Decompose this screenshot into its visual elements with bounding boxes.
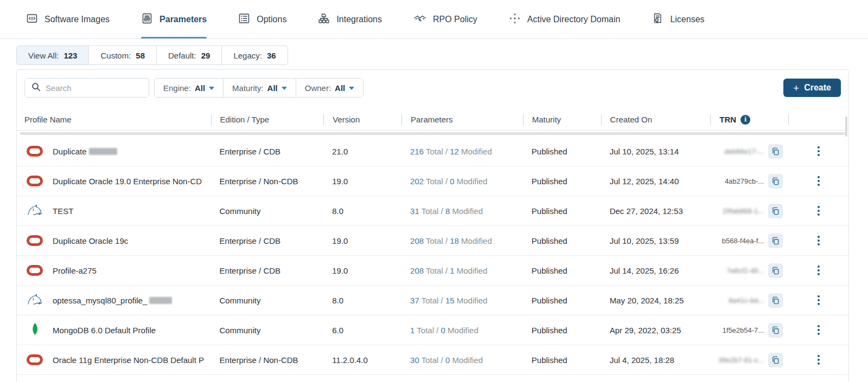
trn-cell: 7e8cf2-49... [710, 263, 788, 278]
trn-value: 7e8cf2-49... [727, 267, 764, 275]
table-row[interactable]: Duplicate Oracle 19.0 Enterprise Non-CD … [17, 166, 848, 196]
parameters-cell: 1 Total / 0 Modified [401, 326, 523, 335]
created-on-cell: Jul 12, 2025, 14:40 [601, 177, 711, 186]
horizontal-scrollbar[interactable] [20, 132, 845, 135]
filter-custom[interactable]: Custom: 58 [88, 46, 156, 64]
trn-cell: 8a41c-bd... [710, 293, 788, 308]
engine-icon-wrap [27, 235, 43, 246]
table-row[interactable]: Duplicate Oracle 19c Enterprise / CDB 19… [17, 226, 848, 256]
profile-name: Profile-a275 [53, 266, 97, 275]
column-header-trn: TRN [710, 114, 788, 125]
maturity-cell: Published [523, 236, 601, 245]
trn-value: 1f5e2b54-7... [723, 326, 764, 334]
row-menu-button[interactable] [813, 262, 824, 279]
oracle-icon [27, 176, 43, 186]
column-header-version: Version [323, 114, 401, 125]
table-row[interactable]: MongoDB 6.0 Default Profile Community 6.… [17, 315, 848, 345]
tab-integrations[interactable]: Integrations [318, 0, 382, 38]
column-header-created-on: Created On [601, 114, 711, 125]
row-menu-button[interactable] [813, 292, 824, 308]
integrations-icon [318, 12, 330, 27]
created-on-cell: Jul 14, 2025, 16:26 [601, 266, 711, 275]
actions-cell [788, 322, 848, 338]
actions-cell [788, 173, 848, 189]
row-menu-button[interactable] [813, 203, 824, 219]
filter-default[interactable]: Default: 29 [156, 46, 221, 64]
trn-cell: 39e2b7-81-c... [710, 353, 788, 367]
copy-button[interactable] [768, 144, 783, 159]
oracle-icon [27, 146, 43, 157]
edition-type-cell: Enterprise / Non-CDB [211, 177, 324, 186]
profile-name: Duplicate Oracle 19.0 Enterprise Non-CD [53, 177, 202, 186]
copy-button[interactable] [768, 263, 783, 278]
table-row[interactable]: Oracle 11g Enterprise Non-CDB Default P … [17, 345, 848, 375]
dropdown-label: Engine: [163, 83, 191, 93]
tab-active-directory-domain[interactable]: Active Directory Domain [509, 0, 621, 38]
trn-value: 4ab279cb-... [725, 177, 764, 185]
owner-dropdown[interactable]: Owner: All [296, 79, 363, 97]
software-images-icon [26, 12, 38, 27]
table-row[interactable]: Profile-a275 Enterprise / CDB 19.0 208 T… [17, 256, 848, 286]
oracle-icon [27, 354, 43, 365]
engine-icon-wrap [27, 176, 43, 186]
actions-cell [788, 352, 848, 368]
tab-licenses[interactable]: Licenses [652, 0, 704, 38]
maturity-cell: Published [523, 147, 601, 156]
row-menu-button[interactable] [813, 173, 824, 189]
engine-icon-wrap [27, 146, 43, 157]
parameters-total: 202 [410, 177, 424, 186]
copy-button[interactable] [768, 353, 783, 367]
table-header: Profile Name Edition / Type Version Para… [17, 109, 848, 131]
profile-name-cell: Duplicate Oracle 19c [17, 235, 211, 246]
created-on-cell: May 20, 2024, 18:25 [601, 296, 711, 305]
row-menu-button[interactable] [813, 143, 824, 159]
table-body: Duplicate Enterprise / CDB 21.0 216 Tota… [17, 137, 848, 375]
tab-software-images[interactable]: Software Images [26, 0, 110, 38]
copy-button[interactable] [768, 204, 783, 218]
maturity-dropdown[interactable]: Maturity: All [223, 79, 296, 97]
actions-cell [788, 203, 848, 219]
trn-value: 8a41c-bd... [729, 296, 764, 305]
parameters-modified: 0 [445, 355, 450, 365]
filter-legacy[interactable]: Legacy: 36 [221, 46, 287, 64]
options-icon [238, 12, 250, 27]
search-box[interactable] [24, 78, 149, 98]
edition-type-cell: Enterprise / CDB [211, 236, 324, 245]
tab-options[interactable]: Options [238, 0, 286, 38]
search-input[interactable] [46, 83, 154, 93]
row-menu-button[interactable] [813, 352, 824, 368]
table-row[interactable]: TEST Community 8.0 31 Total / 8 Modified… [17, 196, 848, 226]
parameters-cell: 30 Total / 0 Modified [401, 355, 523, 365]
trn-cell: 1f5e2b54-7... [710, 323, 788, 338]
redacted-text [149, 297, 172, 304]
table-row[interactable]: Duplicate Enterprise / CDB 21.0 216 Tota… [17, 137, 848, 166]
create-button[interactable]: + Create [783, 79, 841, 97]
parameters-cell: 216 Total / 12 Modified [401, 147, 523, 156]
tab-parameters[interactable]: Parameters [141, 0, 207, 38]
engine-dropdown[interactable]: Engine: All [155, 79, 223, 97]
chevron-down-icon [282, 87, 287, 90]
table-row[interactable]: optessa_mysql80_profile_ Community 8.0 3… [17, 286, 848, 315]
parameters-modified: 15 [445, 296, 455, 305]
create-button-label: Create [804, 83, 831, 93]
filter-count: 29 [201, 51, 210, 60]
version-cell: 8.0 [323, 296, 401, 305]
info-icon[interactable] [741, 115, 750, 125]
search-icon [31, 82, 41, 94]
created-on-cell: Apr 29, 2022, 03:25 [601, 326, 711, 335]
copy-button[interactable] [768, 323, 783, 338]
filter-view-all[interactable]: View All: 123 [17, 46, 88, 64]
copy-button[interactable] [768, 293, 783, 308]
redacted-text [89, 148, 117, 155]
edition-type-cell: Community [211, 206, 324, 216]
chevron-down-icon [209, 87, 214, 90]
filter-label: Custom: [100, 51, 131, 60]
copy-button[interactable] [768, 174, 783, 189]
row-menu-button[interactable] [813, 232, 824, 249]
tab-label: Integrations [336, 15, 382, 24]
plus-icon: + [793, 83, 799, 93]
parameters-total: 1 [410, 326, 414, 335]
row-menu-button[interactable] [813, 322, 824, 338]
copy-button[interactable] [768, 234, 783, 248]
tab-rpo-policy[interactable]: RPO Policy [413, 0, 477, 38]
